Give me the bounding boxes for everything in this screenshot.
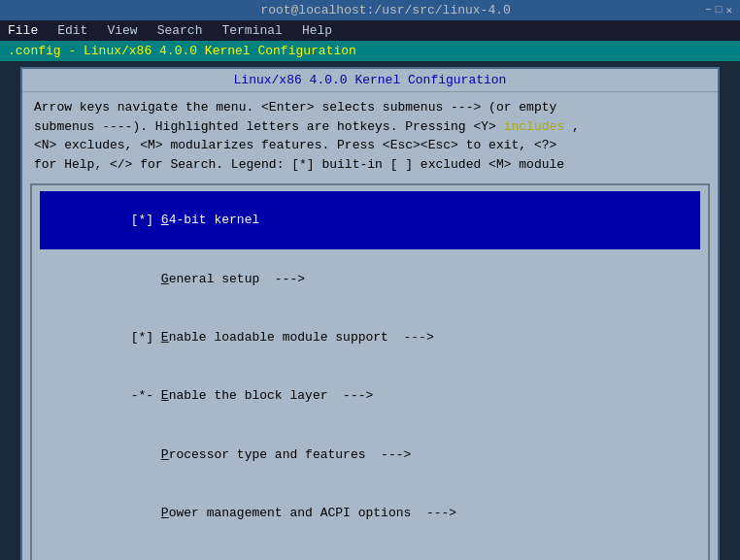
menu-label-block: nable the block layer ---> <box>169 388 374 403</box>
menu-prefix-loadable: [*] <box>131 330 161 345</box>
main-area: Linux/x86 4.0.0 Kernel Configuration Arr… <box>0 61 740 560</box>
title-bar-text: root@localhost:/usr/src/linux-4.0 <box>66 3 705 17</box>
menu-item-processor[interactable]: Processor type and features ---> <box>40 426 700 484</box>
title-bar: root@localhost:/usr/src/linux-4.0 − □ ✕ <box>0 0 740 20</box>
help-line-3: <N> excludes, <M> modularizes features. … <box>34 136 706 155</box>
menu-label-power: ower management and ACPI options ---> <box>169 506 456 520</box>
includes-text: includes <box>504 119 564 134</box>
menu-list: [*] 64-bit kernel General setup ---> [*]… <box>30 183 710 560</box>
menu-prefix-64bit: [*] <box>131 213 161 227</box>
minimize-button[interactable]: − <box>705 4 712 16</box>
menu-prefix-block: -*- <box>131 388 161 403</box>
menu-underline-block: E <box>161 388 169 403</box>
menu-edit[interactable]: Edit <box>53 22 91 39</box>
menu-file[interactable]: File <box>4 22 42 39</box>
menu-underline-processor: P <box>161 447 169 462</box>
menu-help[interactable]: Help <box>298 22 336 39</box>
menu-list-inner: [*] 64-bit kernel General setup ---> [*]… <box>32 189 708 560</box>
menu-label-processor: rocessor type and features ---> <box>169 447 412 462</box>
dialog-title: Linux/x86 4.0.0 Kernel Configuration <box>22 69 718 92</box>
menu-item-general[interactable]: General setup ---> <box>40 249 700 308</box>
menu-item-loadable[interactable]: [*] Enable loadable module support ---> <box>40 309 700 367</box>
help-line-1: Arrow keys navigate the menu. <Enter> se… <box>34 98 706 117</box>
menu-view[interactable]: View <box>103 22 141 39</box>
menu-terminal[interactable]: Terminal <box>218 22 286 39</box>
config-line-text: .config - Linux/x86 4.0.0 Kernel Configu… <box>8 44 356 58</box>
menu-label-general: eneral setup ---> <box>169 272 305 286</box>
dialog-title-text: Linux/x86 4.0.0 Kernel Configuration <box>234 73 507 87</box>
menu-underline-loadable: E <box>161 330 169 345</box>
menu-item-64bit[interactable]: [*] 64-bit kernel <box>40 191 700 249</box>
menu-search[interactable]: Search <box>153 22 207 39</box>
menu-prefix-power <box>131 506 161 520</box>
close-button[interactable]: ✕ <box>725 4 732 16</box>
menu-label-64bit-rest: 4-bit kernel <box>169 213 260 227</box>
help-line-2: submenus ----). Highlighted letters are … <box>34 117 706 137</box>
help-text: Arrow keys navigate the menu. <Enter> se… <box>22 92 718 180</box>
menu-list-outer: [*] 64-bit kernel General setup ---> [*]… <box>22 180 718 560</box>
title-bar-controls: − □ ✕ <box>705 4 732 16</box>
config-line: .config - Linux/x86 4.0.0 Kernel Configu… <box>0 41 740 61</box>
menu-label-64bit: 6 <box>161 213 169 227</box>
menu-item-bus[interactable]: Bus options (PCI etc.) ---> <box>40 544 700 560</box>
menu-underline-power: P <box>161 506 169 520</box>
menu-underline-general: G <box>161 272 169 286</box>
menu-item-block[interactable]: -*- Enable the block layer ---> <box>40 367 700 425</box>
menu-item-power[interactable]: Power management and ACPI options ---> <box>40 484 700 543</box>
help-line-4: for Help, </> for Search. Legend: [*] bu… <box>34 155 706 175</box>
menu-prefix-general <box>131 272 161 286</box>
menu-prefix-processor <box>131 447 161 462</box>
dialog-box: Linux/x86 4.0.0 Kernel Configuration Arr… <box>20 67 720 560</box>
maximize-button[interactable]: □ <box>716 4 723 16</box>
menu-bar: File Edit View Search Terminal Help <box>0 20 740 41</box>
menu-label-loadable: nable loadable module support ---> <box>169 330 434 345</box>
